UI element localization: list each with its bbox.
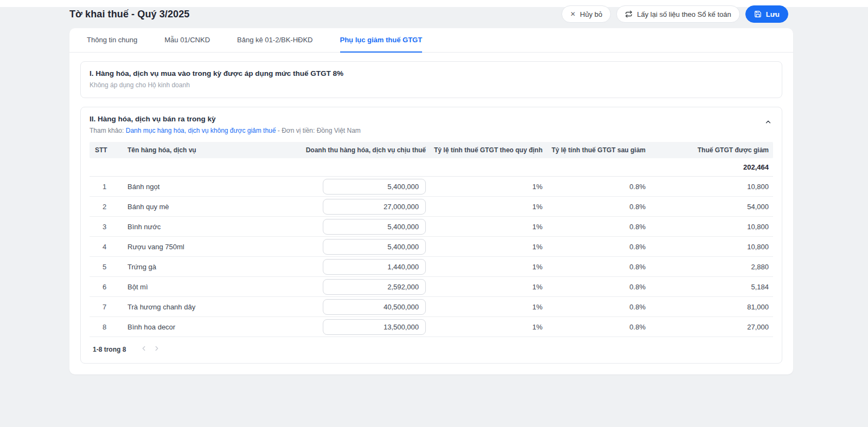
cancel-button[interactable]: ✕ Hủy bỏ	[561, 5, 611, 23]
table-row: 8 Bình hoa decor 1% 0.8% 27,000	[90, 317, 773, 337]
main-card: Thông tin chung Mẫu 01/CNKD Bảng kê 01-2…	[69, 28, 793, 374]
reload-button-label: Lấy lại số liệu theo Sổ kế toán	[637, 10, 731, 18]
row-rate-reduced: 0.8%	[542, 183, 646, 191]
save-button[interactable]: Lưu	[745, 5, 788, 23]
row-product-name: Bình hoa decor	[127, 323, 290, 331]
row-rate-regulated: 1%	[426, 303, 542, 311]
col-header-rate-reduced: Tỷ lệ tính thuế GTGT sau giảm	[542, 146, 646, 154]
revenue-input[interactable]	[323, 219, 426, 235]
col-header-stt: STT	[90, 146, 127, 154]
table-row: 6 Bột mì 1% 0.8% 5,184	[90, 277, 773, 297]
row-index: 4	[90, 243, 127, 251]
row-rate-regulated: 1%	[426, 223, 542, 231]
table-row: 4 Rượu vang 750ml 1% 0.8% 10,800	[90, 237, 773, 257]
col-header-revenue: Doanh thu hàng hóa, dịch vụ chịu thuế	[290, 146, 426, 154]
tab-label: Bảng kê 01-2/BK-HĐKD	[237, 36, 312, 44]
close-icon: ✕	[570, 11, 576, 17]
row-tax-reduced: 81,000	[646, 303, 773, 311]
row-product-name: Trứng gà	[127, 263, 290, 271]
col-header-name: Tên hàng hóa, dịch vụ	[127, 146, 290, 154]
row-rate-regulated: 1%	[426, 283, 542, 291]
section1-title: I. Hàng hóa, dịch vụ mua vào trong kỳ đư…	[90, 69, 773, 77]
row-rate-regulated: 1%	[426, 323, 542, 331]
table-total-row: 202,464	[90, 158, 773, 177]
chevron-right-icon	[153, 345, 161, 354]
total-tax-reduced: 202,464	[646, 163, 773, 171]
row-tax-reduced: 10,800	[646, 183, 773, 191]
cancel-button-label: Hủy bỏ	[580, 10, 602, 18]
row-tax-reduced: 10,800	[646, 223, 773, 231]
revenue-input[interactable]	[323, 259, 426, 275]
tab-phu-luc-giam-thue-gtgt[interactable]: Phụ lục giảm thuế GTGT	[340, 28, 423, 53]
row-index: 2	[90, 203, 127, 211]
row-index: 3	[90, 223, 127, 231]
row-product-name: Trà hương chanh dây	[127, 303, 290, 311]
row-index: 8	[90, 323, 127, 331]
tab-label: Phụ lục giảm thuế GTGT	[340, 36, 423, 44]
col-header-tax-reduced: Thuế GTGT được giảm	[646, 146, 773, 154]
table-body: 1 Bánh ngọt 1% 0.8% 10,800 2 Bánh quy mè…	[90, 177, 773, 337]
row-tax-reduced: 2,880	[646, 263, 773, 271]
pagination-next-button[interactable]	[153, 345, 161, 354]
reference-prefix: Tham khảo:	[90, 127, 124, 134]
row-index: 6	[90, 283, 127, 291]
row-tax-reduced: 10,800	[646, 243, 773, 251]
row-index: 5	[90, 263, 127, 271]
section2-title: II. Hàng hóa, dịch vụ bán ra trong kỳ	[90, 115, 361, 123]
tab-label: Mẫu 01/CNKD	[164, 36, 210, 44]
table-row: 3 Bình nước 1% 0.8% 10,800	[90, 217, 773, 237]
revenue-input[interactable]	[323, 319, 426, 335]
save-button-label: Lưu	[766, 10, 780, 18]
row-product-name: Bột mì	[127, 283, 290, 291]
revenue-input[interactable]	[323, 199, 426, 215]
table-header-row: STT Tên hàng hóa, dịch vụ Doanh thu hàng…	[90, 142, 773, 158]
save-icon	[754, 10, 762, 18]
row-rate-reduced: 0.8%	[542, 323, 646, 331]
tab-label: Thông tin chung	[87, 36, 137, 44]
tab-bar: Thông tin chung Mẫu 01/CNKD Bảng kê 01-2…	[69, 28, 793, 53]
chevron-up-icon	[764, 118, 772, 127]
row-rate-reduced: 0.8%	[542, 263, 646, 271]
table-row: 1 Bánh ngọt 1% 0.8% 10,800	[90, 177, 773, 197]
table-row: 5 Trứng gà 1% 0.8% 2,880	[90, 257, 773, 277]
pagination: 1-8 trong 8	[90, 345, 773, 354]
tab-bang-ke-01-2-bk-hdkd[interactable]: Bảng kê 01-2/BK-HĐKD	[237, 28, 312, 53]
row-tax-reduced: 54,000	[646, 203, 773, 211]
row-product-name: Bình nước	[127, 223, 290, 231]
table-row: 2 Bánh quy mè 1% 0.8% 54,000	[90, 197, 773, 217]
row-rate-regulated: 1%	[426, 203, 542, 211]
pagination-prev-button[interactable]	[140, 345, 148, 354]
row-rate-reduced: 0.8%	[542, 283, 646, 291]
reload-from-ledger-button[interactable]: Lấy lại số liệu theo Sổ kế toán	[616, 5, 739, 23]
row-tax-reduced: 5,184	[646, 283, 773, 291]
revenue-input[interactable]	[323, 179, 426, 195]
row-rate-regulated: 1%	[426, 183, 542, 191]
section-sales: II. Hàng hóa, dịch vụ bán ra trong kỳ Th…	[80, 107, 782, 364]
row-index: 7	[90, 303, 127, 311]
currency-unit-text: - Đơn vị tiền: Đồng Việt Nam	[278, 127, 361, 134]
row-tax-reduced: 27,000	[646, 323, 773, 331]
row-rate-reduced: 0.8%	[542, 203, 646, 211]
section1-subtitle: Không áp dụng cho Hộ kinh doanh	[90, 81, 773, 89]
tab-thong-tin-chung[interactable]: Thông tin chung	[87, 28, 137, 53]
row-index: 1	[90, 183, 127, 191]
row-rate-regulated: 1%	[426, 263, 542, 271]
revenue-input[interactable]	[323, 239, 426, 255]
page-title: Tờ khai thuế - Quý 3/2025	[69, 9, 189, 20]
row-product-name: Bánh quy mè	[127, 203, 290, 211]
pagination-label: 1-8 trong 8	[93, 346, 126, 353]
non-reducible-goods-link[interactable]: Danh mục hàng hóa, dịch vụ không được gi…	[126, 127, 276, 134]
table-row: 7 Trà hương chanh dây 1% 0.8% 81,000	[90, 297, 773, 317]
chevron-left-icon	[140, 345, 148, 354]
header-actions: ✕ Hủy bỏ Lấy lại số liệu theo Sổ kế toán…	[561, 5, 788, 23]
section2-subtitle: Tham khảo: Danh mục hàng hóa, dịch vụ kh…	[90, 127, 361, 134]
tab-mau-01-cnkd[interactable]: Mẫu 01/CNKD	[164, 28, 210, 53]
row-rate-reduced: 0.8%	[542, 223, 646, 231]
page-header: Tờ khai thuế - Quý 3/2025 ✕ Hủy bỏ Lấy l…	[0, 0, 868, 28]
collapse-section-button[interactable]	[763, 117, 773, 129]
revenue-input[interactable]	[323, 279, 426, 295]
section-purchases: I. Hàng hóa, dịch vụ mua vào trong kỳ đư…	[80, 61, 782, 98]
revenue-input[interactable]	[323, 299, 426, 315]
row-product-name: Rượu vang 750ml	[127, 243, 290, 251]
row-rate-reduced: 0.8%	[542, 303, 646, 311]
